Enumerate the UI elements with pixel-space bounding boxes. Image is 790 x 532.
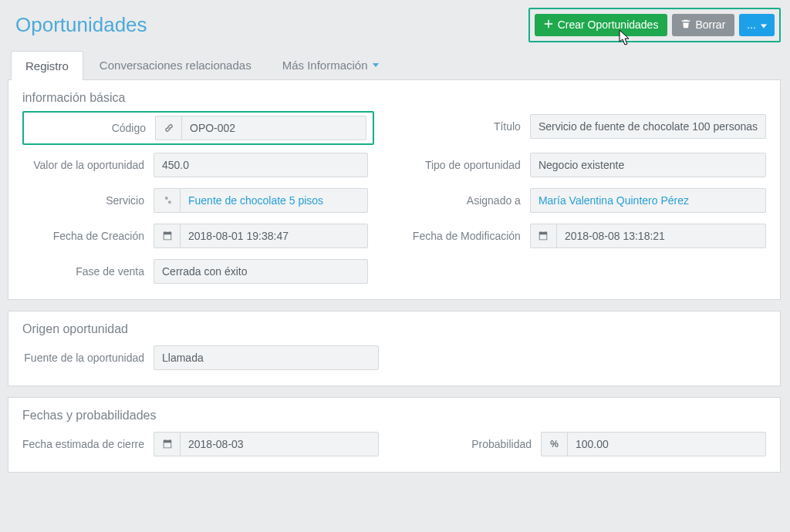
value-title[interactable]: Servicio de fuente de chocolate 100 pers…: [530, 114, 766, 139]
create-label: Crear Oportunidades: [558, 19, 659, 32]
panel-basic-info: información básica Código OPO-002 Título: [8, 80, 781, 300]
value-source[interactable]: Llamada: [154, 345, 379, 370]
more-label: ...: [747, 19, 756, 32]
field-phase: Fase de venta Cerrada con éxito: [22, 259, 368, 284]
value-close-date[interactable]: 2018-08-03: [180, 432, 379, 456]
label-value: Valor de la oportunidad: [22, 153, 154, 171]
label-phase: Fase de venta: [22, 259, 154, 278]
label-source: Fuente de la oportunidad: [22, 345, 154, 364]
label-assigned: Asignado a: [399, 188, 530, 207]
tab-bar: Registro Conversaciones relacionadas Más…: [8, 50, 781, 80]
plus-icon: [544, 19, 553, 32]
label-title: Título: [399, 114, 530, 133]
gears-icon: [154, 188, 180, 213]
page-title: Oportunidades: [15, 13, 528, 37]
label-modified: Fecha de Modificación: [399, 224, 530, 242]
value-modified[interactable]: 2018-08-08 13:18:21: [556, 224, 766, 248]
field-code: Código OPO-002: [22, 114, 368, 142]
tab-register[interactable]: Registro: [11, 51, 83, 80]
field-type: Tipo de oportunidad Negocio existente: [399, 153, 766, 177]
link-icon: [155, 116, 181, 140]
field-title: Título Servicio de fuente de chocolate 1…: [399, 114, 766, 142]
calendar-icon: [154, 432, 180, 456]
value-created[interactable]: 2018-08-01 19:38:47: [180, 224, 368, 248]
delete-label: Borrar: [695, 19, 725, 32]
delete-button[interactable]: Borrar: [672, 14, 734, 36]
caret-down-icon: [761, 19, 767, 32]
field-modified: Fecha de Modificación 2018-08-08 13:18:2…: [399, 224, 766, 248]
section-title-origin: Origen oportunidad: [22, 322, 766, 336]
label-service: Servicio: [22, 188, 154, 207]
field-close-date: Fecha estimada de cierre 2018-08-03: [22, 432, 379, 456]
tab-more-info[interactable]: Más Información: [268, 50, 393, 79]
value-amount[interactable]: 450.0: [154, 153, 368, 177]
value-code[interactable]: OPO-002: [181, 116, 366, 140]
calendar-icon: [530, 224, 556, 248]
more-actions-button[interactable]: ...: [739, 14, 775, 36]
caret-down-icon: [373, 63, 379, 67]
value-service[interactable]: Fuente de chocolate 5 pisos: [180, 188, 368, 213]
trash-icon: [681, 19, 690, 32]
page-header: Oportunidades Crear Oportunidades Borrar…: [0, 0, 781, 50]
field-probability: Probabilidad % 100.00: [410, 432, 766, 456]
header-actions: Crear Oportunidades Borrar ...: [528, 8, 781, 42]
label-probability: Probabilidad: [410, 432, 541, 450]
field-source: Fuente de la oportunidad Llamada: [22, 345, 379, 370]
panel-dates: Fechas y probabilidades Fecha estimada d…: [8, 397, 781, 473]
label-close-date: Fecha estimada de cierre: [22, 432, 154, 450]
percent-icon: %: [541, 432, 567, 456]
label-code: Código: [24, 116, 155, 140]
value-probability[interactable]: 100.00: [567, 432, 766, 456]
section-title-basic: información básica: [22, 91, 766, 105]
field-assigned: Asignado a María Valentina Quintero Pére…: [399, 188, 766, 213]
value-phase[interactable]: Cerrada con éxito: [154, 259, 368, 284]
label-created: Fecha de Creación: [22, 224, 154, 242]
field-service: Servicio Fuente de chocolate 5 pisos: [22, 188, 368, 213]
section-title-dates: Fechas y probabilidades: [22, 409, 766, 423]
value-assigned[interactable]: María Valentina Quintero Pérez: [530, 188, 766, 213]
field-value: Valor de la oportunidad 450.0: [22, 153, 368, 177]
tab-more-info-label: Más Información: [282, 59, 368, 72]
label-type: Tipo de oportunidad: [399, 153, 530, 171]
create-opportunity-button[interactable]: Crear Oportunidades: [535, 14, 668, 36]
field-created: Fecha de Creación 2018-08-01 19:38:47: [22, 224, 368, 248]
tab-related-conversations[interactable]: Conversaciones relacionadas: [85, 50, 266, 79]
panel-origin: Origen oportunidad Fuente de la oportuni…: [8, 311, 781, 386]
value-type[interactable]: Negocio existente: [530, 153, 766, 177]
calendar-icon: [154, 224, 180, 248]
